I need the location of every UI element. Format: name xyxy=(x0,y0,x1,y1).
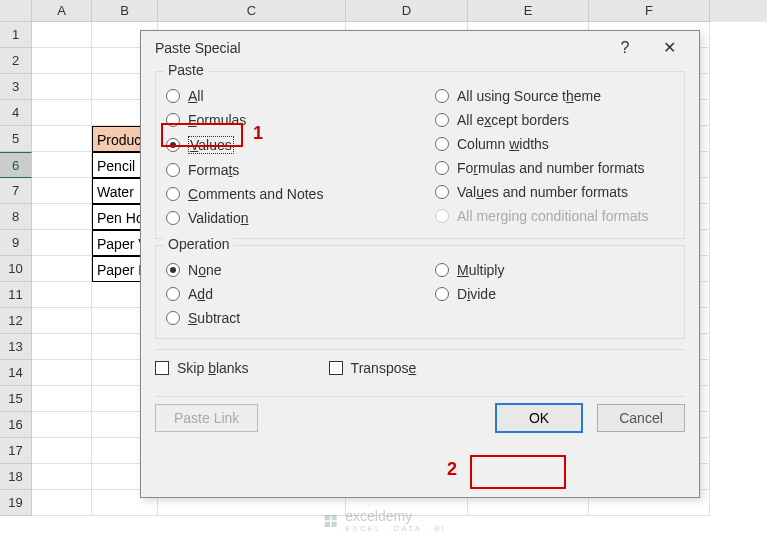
check-skip-blanks[interactable]: Skip blanks xyxy=(155,360,249,376)
cell[interactable] xyxy=(32,100,92,126)
col-header-b[interactable]: B xyxy=(92,0,158,22)
radio-subtract[interactable]: Subtract xyxy=(166,310,405,326)
radio-none[interactable]: None xyxy=(166,262,405,278)
row-header[interactable]: 6 xyxy=(0,152,32,178)
radio-conditional: All merging conditional formats xyxy=(435,208,674,224)
row-header[interactable]: 4 xyxy=(0,100,32,126)
row-header[interactable]: 15 xyxy=(0,386,32,412)
radio-theme[interactable]: All using Source theme xyxy=(435,88,674,104)
operation-group: Operation None Add Subtract Multiply Div… xyxy=(155,245,685,339)
col-header-d[interactable]: D xyxy=(346,0,468,22)
cancel-button[interactable]: Cancel xyxy=(597,404,685,432)
radio-divide[interactable]: Divide xyxy=(435,286,674,302)
cell[interactable] xyxy=(32,334,92,360)
cell[interactable] xyxy=(32,126,92,152)
dialog-titlebar: Paste Special ? ✕ xyxy=(141,31,699,65)
col-header-a[interactable]: A xyxy=(32,0,92,22)
operation-legend: Operation xyxy=(164,236,233,252)
paste-special-dialog: Paste Special ? ✕ Paste All Formulas Val… xyxy=(140,30,700,498)
paste-link-button: Paste Link xyxy=(155,404,258,432)
cell[interactable] xyxy=(32,22,92,48)
cell[interactable] xyxy=(32,464,92,490)
row-header[interactable]: 18 xyxy=(0,464,32,490)
row-header[interactable]: 13 xyxy=(0,334,32,360)
ok-button[interactable]: OK xyxy=(495,403,583,433)
close-button[interactable]: ✕ xyxy=(647,31,691,65)
annotation-box-2 xyxy=(470,455,566,489)
cell[interactable] xyxy=(32,308,92,334)
row-header[interactable]: 10 xyxy=(0,256,32,282)
row-header[interactable]: 3 xyxy=(0,74,32,100)
cell[interactable] xyxy=(32,230,92,256)
col-header-e[interactable]: E xyxy=(468,0,589,22)
row-header[interactable]: 8 xyxy=(0,204,32,230)
radio-formulas[interactable]: Formulas xyxy=(166,112,405,128)
row-header[interactable]: 14 xyxy=(0,360,32,386)
cell[interactable] xyxy=(32,412,92,438)
cell[interactable] xyxy=(32,48,92,74)
cell[interactable] xyxy=(32,178,92,204)
paste-legend: Paste xyxy=(164,62,208,78)
row-header[interactable]: 11 xyxy=(0,282,32,308)
radio-comments[interactable]: Comments and Notes xyxy=(166,186,405,202)
cell[interactable] xyxy=(32,74,92,100)
cell[interactable] xyxy=(32,256,92,282)
radio-except-borders[interactable]: All except borders xyxy=(435,112,674,128)
paste-group: Paste All Formulas Values Formats Commen… xyxy=(155,71,685,239)
cell[interactable] xyxy=(32,152,92,178)
annotation-2: 2 xyxy=(447,459,457,480)
row-header[interactable]: 2 xyxy=(0,48,32,74)
row-header[interactable]: 19 xyxy=(0,490,32,516)
check-transpose[interactable]: Transpose xyxy=(329,360,417,376)
select-all-corner[interactable] xyxy=(0,0,32,22)
row-header[interactable]: 1 xyxy=(0,22,32,48)
watermark: exceldemy EXCEL · DATA · BI xyxy=(321,508,446,533)
radio-formats[interactable]: Formats xyxy=(166,162,405,178)
cell[interactable] xyxy=(32,490,92,516)
cell[interactable] xyxy=(32,204,92,230)
cell[interactable] xyxy=(32,282,92,308)
radio-values[interactable]: Values xyxy=(166,136,405,154)
cell[interactable] xyxy=(32,386,92,412)
radio-validation[interactable]: Validation xyxy=(166,210,405,226)
row-header[interactable]: 7 xyxy=(0,178,32,204)
dialog-title: Paste Special xyxy=(155,40,241,56)
exceldemy-logo-icon xyxy=(321,512,339,530)
row-header[interactable]: 9 xyxy=(0,230,32,256)
radio-multiply[interactable]: Multiply xyxy=(435,262,674,278)
col-header-f[interactable]: F xyxy=(589,0,710,22)
cell[interactable] xyxy=(32,360,92,386)
help-button[interactable]: ? xyxy=(603,31,647,65)
radio-values-num[interactable]: Values and number formats xyxy=(435,184,674,200)
radio-column-widths[interactable]: Column widths xyxy=(435,136,674,152)
radio-add[interactable]: Add xyxy=(166,286,405,302)
row-header[interactable]: 16 xyxy=(0,412,32,438)
row-header[interactable]: 12 xyxy=(0,308,32,334)
row-header[interactable]: 17 xyxy=(0,438,32,464)
radio-all[interactable]: All xyxy=(166,88,405,104)
col-header-c[interactable]: C xyxy=(158,0,346,22)
cell[interactable] xyxy=(32,438,92,464)
radio-formulas-num[interactable]: Formulas and number formats xyxy=(435,160,674,176)
row-header[interactable]: 5 xyxy=(0,126,32,152)
